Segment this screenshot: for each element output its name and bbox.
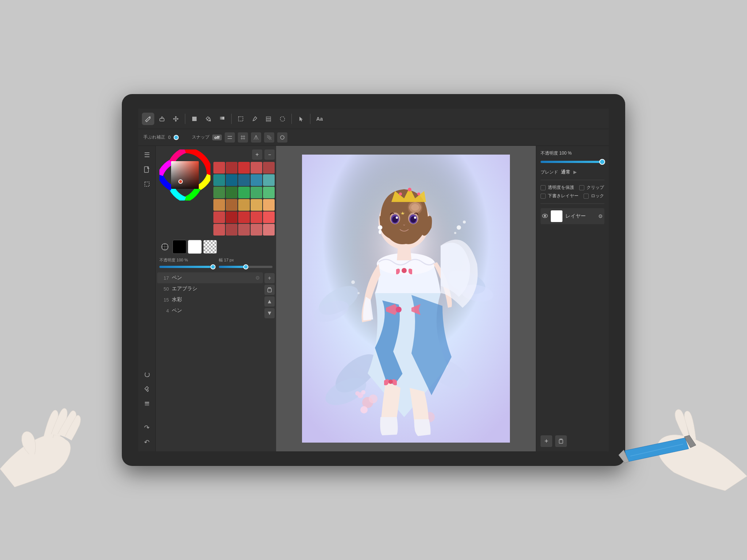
del-brush-button[interactable] <box>264 285 275 295</box>
right-opacity-slider[interactable] <box>541 159 604 164</box>
lasso-sidebar-icon[interactable] <box>141 368 153 381</box>
swatch-7[interactable] <box>238 174 250 186</box>
add-swatch-button[interactable]: + <box>252 149 262 160</box>
swatch-1[interactable] <box>226 162 237 174</box>
swatch-4[interactable] <box>263 162 275 174</box>
swatch-23[interactable] <box>251 211 262 223</box>
svg-rect-24 <box>145 403 149 404</box>
color-top: + − <box>159 149 272 236</box>
pencil-tool[interactable] <box>142 113 154 125</box>
swatch-10[interactable] <box>213 187 225 198</box>
swatch-26[interactable] <box>226 224 237 236</box>
gradient-tool[interactable] <box>216 113 228 125</box>
foreground-color[interactable] <box>173 240 186 254</box>
snap-label: スナップ <box>192 134 209 140</box>
fill-rect-tool[interactable] <box>188 113 201 125</box>
swatch-2[interactable] <box>238 162 250 174</box>
select-rect-tool[interactable] <box>235 113 247 125</box>
swatch-8[interactable] <box>251 174 262 186</box>
snap-icon-hatch[interactable] <box>264 132 274 143</box>
swatch-27[interactable] <box>238 224 250 236</box>
new-file-icon[interactable] <box>141 163 153 176</box>
swatch-5[interactable] <box>213 174 225 186</box>
swatch-19[interactable] <box>263 199 275 211</box>
canvas-area[interactable] <box>276 146 536 451</box>
lasso-tool[interactable] <box>276 113 289 125</box>
brush-item-0[interactable]: 17 ペン ⚙ <box>157 272 263 283</box>
protect-opacity-checkbox[interactable] <box>541 185 546 190</box>
snap-icon-circle[interactable] <box>277 132 287 143</box>
svg-rect-28 <box>171 161 199 189</box>
up-brush-button[interactable]: ▲ <box>264 296 275 307</box>
layers-sidebar-icon[interactable] <box>141 397 153 410</box>
right-panel: 不透明度 100 % ブレンド 通常 ▶ <box>536 146 609 451</box>
swatch-17[interactable] <box>238 199 250 211</box>
background-color[interactable] <box>188 240 202 254</box>
swatch-9[interactable] <box>263 174 275 186</box>
swatch-29[interactable] <box>263 224 275 236</box>
blend-dropdown-arrow[interactable]: ▶ <box>573 170 577 175</box>
swatch-3[interactable] <box>251 162 262 174</box>
swatch-22[interactable] <box>238 211 250 223</box>
brush-item-2[interactable]: 15 水彩 <box>157 294 263 305</box>
swatch-15[interactable] <box>213 199 225 211</box>
brush-name-0: ペン <box>172 275 252 281</box>
down-brush-button[interactable]: ▼ <box>264 308 275 318</box>
eraser-tool[interactable] <box>156 113 168 125</box>
swatch-11[interactable] <box>226 187 237 198</box>
swatch-25[interactable] <box>213 224 225 236</box>
cursor-tool[interactable] <box>295 113 307 125</box>
fill-tool[interactable] <box>202 113 214 125</box>
layer-eye-icon[interactable] <box>542 213 548 219</box>
select-rect-sidebar-icon[interactable] <box>141 178 153 190</box>
checker-color[interactable] <box>203 240 217 254</box>
blend-row: ブレンド 通常 ▶ <box>541 169 604 175</box>
snap-icon-perspective[interactable] <box>251 132 261 143</box>
svg-rect-22 <box>145 182 149 186</box>
snap-off-button[interactable]: off <box>212 135 222 140</box>
underlay-checkbox[interactable] <box>541 194 546 199</box>
hamburger-icon[interactable]: ☰ <box>141 149 153 161</box>
undo-sidebar-icon[interactable]: ↶ <box>141 436 153 448</box>
swatch-21[interactable] <box>226 211 237 223</box>
transform-tool[interactable] <box>170 113 182 125</box>
swatch-28[interactable] <box>251 224 262 236</box>
stabilizer-slider-thumb[interactable] <box>174 135 179 140</box>
del-layer-button[interactable] <box>555 435 567 447</box>
layer-select-tool[interactable] <box>262 113 275 125</box>
swatch-6[interactable] <box>226 174 237 186</box>
add-brush-button[interactable]: + <box>264 273 275 283</box>
text-tool[interactable]: Aa <box>313 113 326 125</box>
stabilizer-value: 0 <box>168 135 171 140</box>
brush-settings-btn-0[interactable]: ⚙ <box>255 275 260 281</box>
svg-line-18 <box>268 135 271 138</box>
swatch-14[interactable] <box>263 187 275 198</box>
swatch-0[interactable] <box>213 162 225 174</box>
brush-num-2: 15 <box>160 297 169 303</box>
swatch-16[interactable] <box>226 199 237 211</box>
opacity-slider[interactable] <box>159 264 213 269</box>
color-picker-icon[interactable] <box>159 241 170 252</box>
layer-divider-2 <box>541 203 604 204</box>
add-layer-button[interactable]: + <box>541 435 552 447</box>
snap-icon-grid[interactable] <box>238 132 248 143</box>
swatch-24[interactable] <box>263 211 275 223</box>
color-wheel-container[interactable] <box>159 149 210 201</box>
del-swatch-button[interactable]: − <box>264 149 275 160</box>
width-slider[interactable] <box>219 264 272 269</box>
clip-checkbox[interactable] <box>579 185 584 190</box>
swatch-20[interactable] <box>213 211 225 223</box>
redo-sidebar-icon[interactable]: ↷ <box>141 421 153 434</box>
swatch-18[interactable] <box>251 199 262 211</box>
eyedropper-tool[interactable] <box>248 113 261 125</box>
brush-item-3[interactable]: 4 ペン <box>157 305 263 316</box>
brush-item-1[interactable]: 50 エアブラシ <box>157 283 263 294</box>
paint-bucket-sidebar-icon[interactable] <box>141 383 153 395</box>
layer-settings-icon[interactable]: ⚙ <box>598 213 603 219</box>
snap-icon-parallel[interactable] <box>225 132 235 143</box>
swatch-12[interactable] <box>238 187 250 198</box>
layer-row[interactable]: レイヤー ⚙ <box>541 208 604 224</box>
swatch-13[interactable] <box>251 187 262 198</box>
svg-line-14 <box>254 135 256 140</box>
lock-checkbox[interactable] <box>584 194 589 199</box>
